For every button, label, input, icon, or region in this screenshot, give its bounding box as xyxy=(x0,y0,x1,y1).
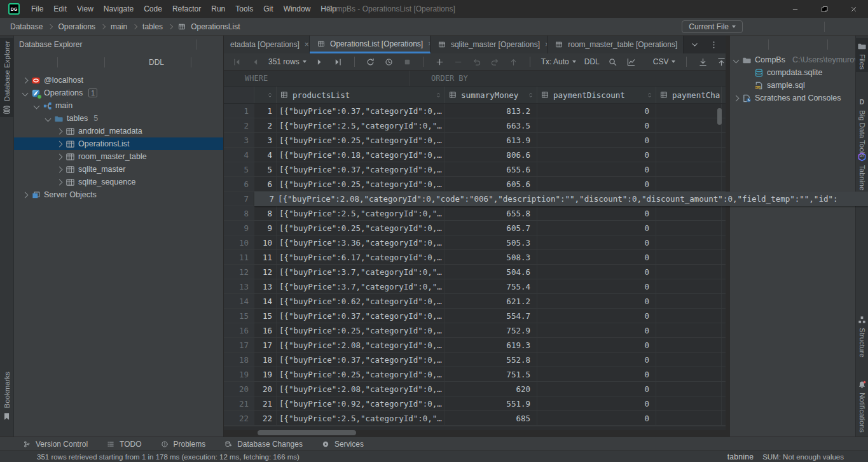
editor-tab[interactable]: sqlite_master [Operations]× xyxy=(431,36,548,53)
cell-paymentDiscount[interactable]: 0 xyxy=(537,206,656,220)
files-tree-item-scratches-and-consoles[interactable]: Scratches and Consoles xyxy=(730,92,855,104)
tool-stripe-button-tabnine[interactable]: Tabnine xyxy=(856,151,868,190)
ddl-button[interactable]: DDL xyxy=(584,57,600,66)
cell-id[interactable]: 14 xyxy=(254,294,277,308)
cell-productsList[interactable]: [{"buyPrice":6.17,"categoryId":0,… xyxy=(277,250,445,264)
cell-paymentDiscount[interactable]: 0 xyxy=(537,367,656,381)
cell-id[interactable]: 4 xyxy=(254,148,277,162)
row-number[interactable]: 7 xyxy=(224,192,254,206)
run-config-selector[interactable]: Current File xyxy=(682,20,743,33)
cell-summaryMoney[interactable]: 813.2 xyxy=(445,104,537,118)
row-number[interactable]: 5 xyxy=(224,162,254,176)
tree-item-room_master_table[interactable]: room_master_table xyxy=(14,150,223,163)
cell-summaryMoney[interactable]: 655.8 xyxy=(445,206,537,220)
tree-item-sqlite_sequence[interactable]: sqlite_sequence xyxy=(14,176,223,188)
chevron-right-icon[interactable] xyxy=(22,77,29,83)
cell-id[interactable]: 9 xyxy=(254,221,277,235)
horizontal-scrollbar[interactable] xyxy=(258,430,356,435)
chevron-right-icon[interactable] xyxy=(733,95,740,101)
cell-id[interactable]: 5 xyxy=(254,162,277,176)
cell-paymentDiscount[interactable]: 0 xyxy=(537,133,656,147)
transaction-mode-selector[interactable]: Tx: Auto xyxy=(541,57,576,66)
locate-icon[interactable] xyxy=(163,39,173,50)
cell-paymentCharge[interactable] xyxy=(656,382,722,396)
tool-stripe-button-structure[interactable]: Structure xyxy=(856,314,868,358)
cell-id[interactable]: 19 xyxy=(254,367,277,381)
cell-summaryMoney[interactable]: 505.3 xyxy=(445,235,537,249)
cell-paymentCharge[interactable] xyxy=(656,338,722,352)
cell-productsList[interactable]: [{"buyPrice":3.36,"categoryId":0,… xyxy=(277,235,445,249)
row-number[interactable]: 11 xyxy=(224,250,254,264)
chevron-right-icon[interactable] xyxy=(22,192,29,198)
row-number[interactable]: 8 xyxy=(224,206,254,220)
toolwindow-button-services[interactable]: Services xyxy=(320,439,364,449)
row-number[interactable]: 17 xyxy=(224,338,254,352)
cell-productsList[interactable]: [{"buyPrice":0.37,"categoryId":0,… xyxy=(277,162,445,176)
cell-paymentDiscount[interactable]: 0 xyxy=(537,338,656,352)
cell-summaryMoney[interactable]: 554.7 xyxy=(445,309,537,323)
cell-paymentCharge[interactable] xyxy=(656,279,722,293)
dual-arrows-icon[interactable] xyxy=(171,57,181,67)
stop-icon[interactable] xyxy=(403,57,413,67)
cell-productsList[interactable]: [{"buyPrice":0.25,"categoryId":0,… xyxy=(277,133,445,147)
submit-icon[interactable] xyxy=(509,57,519,67)
cell-summaryMoney[interactable]: 755.4 xyxy=(445,279,537,293)
profiler-icon[interactable] xyxy=(786,22,796,32)
toolwindow-button-database-changes[interactable]: Database Changes xyxy=(223,439,303,449)
cell-productsList[interactable]: [{"buyPrice":2.5,"categoryId":0,"… xyxy=(277,206,445,220)
chevron-down-icon[interactable] xyxy=(22,90,29,96)
cell-summaryMoney[interactable]: 551.9 xyxy=(445,396,537,410)
window-minimize-button[interactable] xyxy=(780,0,809,18)
row-number[interactable]: 10 xyxy=(224,235,254,249)
menu-edit[interactable]: Edit xyxy=(48,4,72,13)
export-icon[interactable] xyxy=(698,57,708,67)
cell-paymentDiscount[interactable]: 0 xyxy=(537,323,656,337)
run-icon[interactable] xyxy=(750,22,761,32)
minus-icon[interactable] xyxy=(453,57,464,67)
cell-productsList[interactable]: [{"buyPrice":2.5,"categoryId":0,"… xyxy=(277,118,445,132)
close-icon[interactable]: × xyxy=(305,40,309,49)
toolwindow-button-problems[interactable]: Problems xyxy=(160,439,206,449)
chevron-down-icon[interactable] xyxy=(45,115,52,122)
vertical-scrollbar[interactable] xyxy=(717,108,722,125)
eye-icon[interactable] xyxy=(201,57,211,67)
window-close-button[interactable] xyxy=(839,0,868,18)
row-number[interactable]: 13 xyxy=(224,279,254,293)
row-number[interactable]: 4 xyxy=(224,148,254,162)
kebab-icon[interactable] xyxy=(709,39,719,50)
toolwindow-button-version-control[interactable]: Version Control xyxy=(22,439,88,449)
cell-paymentCharge[interactable] xyxy=(656,367,722,381)
chevron-down-icon[interactable] xyxy=(733,57,740,63)
editor-tab[interactable]: OperationsList [Operations]× xyxy=(310,36,431,53)
collapse-all-icon[interactable] xyxy=(809,39,819,50)
panel-splitter[interactable] xyxy=(726,36,730,437)
gear-icon[interactable] xyxy=(199,39,209,50)
collapse-all-icon[interactable] xyxy=(183,39,193,50)
next-page-icon[interactable] xyxy=(315,57,325,67)
add-icon[interactable] xyxy=(20,57,31,67)
row-number[interactable]: 18 xyxy=(224,353,254,367)
expand-all-icon[interactable] xyxy=(173,39,183,50)
menu-run[interactable]: Run xyxy=(206,4,230,13)
tree-item-operationslist[interactable]: OperationsList xyxy=(14,137,223,150)
row-number[interactable]: 9 xyxy=(224,221,254,235)
column-header-productsList[interactable]: productsList xyxy=(277,87,445,103)
cell-productsList[interactable]: [{"buyPrice":2.5,"categoryId":0,"… xyxy=(277,411,445,425)
menu-tools[interactable]: Tools xyxy=(230,4,258,13)
tree-item-sqlite_master[interactable]: sqlite_master xyxy=(14,163,223,176)
cell-productsList[interactable]: [{"buyPrice":0.62,"categoryId":0,… xyxy=(277,294,445,308)
files-tree-item-compbs[interactable]: CompBsC:\Users\teymurov xyxy=(730,53,855,66)
stop-icon[interactable] xyxy=(804,22,814,32)
settings-icon[interactable] xyxy=(853,22,863,32)
tree-item-android_metadata[interactable]: android_metadata xyxy=(14,125,223,137)
cell-id[interactable]: 6 xyxy=(254,177,277,191)
cell-productsList[interactable]: [{"buyPrice":2.08,"categoryId":0,… xyxy=(277,338,445,352)
last-page-icon[interactable] xyxy=(333,57,343,67)
chevron-down-icon[interactable] xyxy=(690,39,700,50)
column-header-paymentCha[interactable]: paymentCha xyxy=(656,87,722,103)
row-number[interactable]: 1 xyxy=(224,104,254,118)
lock-icon[interactable] xyxy=(853,452,863,462)
cell-id[interactable]: 2 xyxy=(254,118,277,132)
cell-paymentDiscount[interactable]: 0 xyxy=(537,411,656,425)
cell-summaryMoney[interactable]: 685 xyxy=(445,411,537,425)
